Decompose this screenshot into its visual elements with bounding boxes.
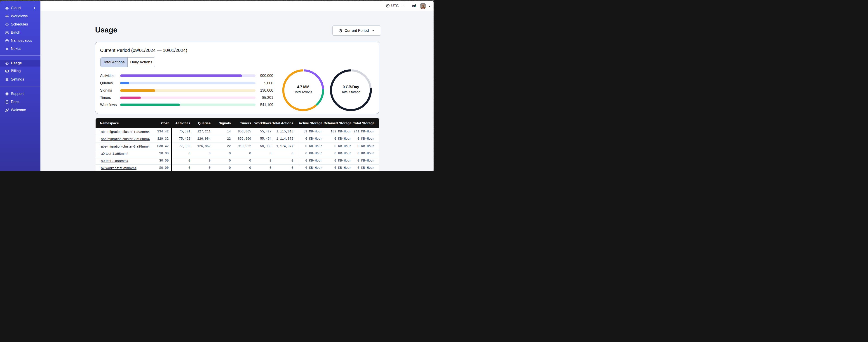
svg-text:4.7 MM: 4.7 MM bbox=[297, 85, 309, 89]
svg-text:Total Actions: Total Actions bbox=[294, 90, 312, 94]
svg-text:Total Storage: Total Storage bbox=[341, 90, 360, 94]
svg-text:0 GB/Day: 0 GB/Day bbox=[342, 85, 359, 89]
